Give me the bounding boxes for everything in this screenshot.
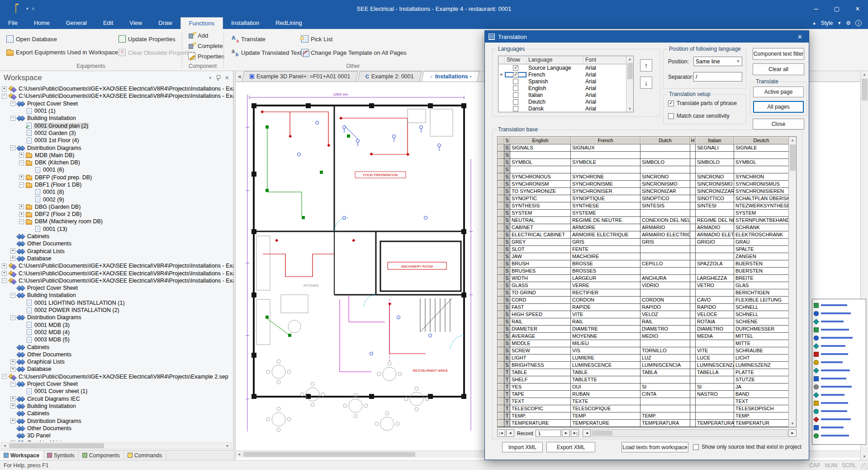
translation-row[interactable]: SELECTRICAL CABINETARMOIRE ELECTRIQUEARM… [498,231,796,239]
hungarian-cell[interactable] [690,152,696,159]
scrollbar-thumb[interactable] [9,443,104,448]
ribbon-tab-general[interactable]: General [58,17,95,29]
dutch-cell[interactable]: SINCRONO [640,173,690,181]
english-cell[interactable]: CABINET [510,224,571,231]
french-cell[interactable]: ARMOIRE ELECTRIQUE [571,231,640,239]
tree-item-row[interactable]: Other Documents [0,351,233,358]
symbol-list-item[interactable] [814,358,864,366]
tree-item-row[interactable]: Cabinets [0,343,233,350]
import-xml-button[interactable]: Import XML [502,442,543,452]
dutch-cell[interactable]: ARMARIO ELECTRICO [640,231,690,239]
dutch-cell[interactable] [640,210,690,217]
tree-item-row[interactable]: +DBG (Garden DB) [0,203,233,211]
ribbon-tab-installation[interactable]: Installation [223,17,267,29]
translation-row[interactable]: SCORDCORDONCORDONCAVOFLEXIBLE LEITUNG [498,297,796,304]
pin-icon[interactable] [216,75,220,81]
english-cell[interactable]: TEXT [510,398,571,405]
scroll-down-icon[interactable]: ▼ [789,420,796,427]
symbol-list-item[interactable] [814,432,864,440]
row-selector-cell[interactable] [498,173,504,181]
hungarian-cell[interactable] [690,202,696,210]
german-cell[interactable]: SPALTE [734,246,789,253]
scrollbar-thumb[interactable] [243,452,415,457]
language-row[interactable]: Source LanguageArial [498,64,633,71]
hungarian-cell[interactable] [690,260,696,268]
collapse-icon[interactable]: − [2,278,7,283]
german-cell[interactable]: NTEZWERKSYNTHESE [734,202,789,210]
tree-item-row[interactable]: 0001 (1) [0,107,233,115]
symbol-list-item[interactable] [814,350,864,358]
document-tab-2[interactable]: ♂Installations - [422,71,480,82]
italian-cell[interactable]: SINTESI [696,202,734,210]
dutch-cell[interactable]: TEMP. [640,412,690,420]
french-cell[interactable]: SYNCHRONE [571,173,640,181]
close-button[interactable]: ✕ [847,0,868,17]
dutch-cell[interactable]: CONEXION DEL NEUT [640,217,690,224]
hungarian-cell[interactable] [690,210,696,217]
tree-item-row[interactable]: Cabinets [0,233,233,240]
show-checkbox-cell[interactable] [505,92,526,98]
italian-cell[interactable] [696,253,734,260]
symbol-list-item[interactable] [814,423,864,432]
expand-icon[interactable]: + [19,175,24,180]
italian-cell[interactable] [696,340,734,347]
translation-row[interactable]: SSYMBOLSYMBOLESIMBOLOSIMBOLOSYMBOL [498,159,796,166]
italian-cell[interactable]: LARGHEZZA [696,275,734,282]
tree-item-row[interactable]: 0001 (13) [0,225,233,233]
symbol-list-item[interactable] [814,407,864,415]
minimize-button[interactable]: ─ [806,0,826,17]
translation-row[interactable]: SBRUSHBROSSECEPILLOSPAZZOLABUERSTEN [498,260,796,268]
german-cell[interactable] [734,152,789,159]
translation-row[interactable]: SCABINETARMOIREARMARIOARMADIOSCHRANK [498,224,796,231]
move-language-up-button[interactable]: ↑ [640,59,652,72]
tree-item-row[interactable]: +Graphical Lists [0,248,233,255]
tree-item-row[interactable]: 0002 MDB (4) [0,329,233,336]
french-cell[interactable]: GRIS [571,239,640,246]
dutch-cell[interactable]: ARMARIO [640,224,690,231]
row-selector-cell[interactable] [498,420,504,427]
symbol-list-item[interactable] [814,301,864,309]
update-properties-button[interactable]: Update Properties [117,34,177,43]
show-checkbox-cell[interactable] [505,86,526,91]
row-selector-cell[interactable] [498,318,504,326]
german-cell[interactable]: SYNCHRONISIEREN [734,188,789,195]
french-cell[interactable]: SYNCHRONISME [571,181,640,188]
update-translated-text-button[interactable]: Update Translated Text [230,48,303,57]
french-cell[interactable] [571,152,640,159]
english-cell[interactable]: BRUSHES [510,268,571,275]
dutch-cell[interactable]: TORNILLO [640,347,690,355]
english-cell[interactable]: MIDDLE [510,340,571,347]
customize-toolbar-icon[interactable]: ≡ [32,6,34,11]
symbol-list-item[interactable] [814,374,864,383]
french-cell[interactable]: DIAMETRE [571,326,640,333]
maximize-button[interactable]: ▢ [826,0,847,17]
italian-cell[interactable]: VELOCE [696,311,734,318]
dutch-cell[interactable]: SIMBOLO [640,159,690,166]
german-cell[interactable]: FLEXIBLE LEITUNG [734,297,789,304]
expand-icon[interactable]: + [10,403,15,408]
row-selector-cell[interactable] [498,195,504,202]
dutch-cell[interactable]: TEMPERATURA [640,420,690,427]
italian-cell[interactable] [696,152,734,159]
checkbox-icon[interactable] [693,444,699,450]
english-cell[interactable]: FAST [510,304,571,311]
german-cell[interactable]: BREITE [734,275,789,282]
english-cell[interactable]: TEMPERATURE [510,420,571,427]
row-selector-cell[interactable] [498,326,504,333]
expand-icon[interactable]: + [10,418,15,423]
translation-row[interactable]: STO SYNCHRONIZESYNCHRONISERSINCRONIZARSI… [498,188,796,195]
row-selector-cell[interactable] [498,289,504,297]
tree-item-row[interactable]: −Project Cover Sheet [0,380,233,388]
symbol-list-item[interactable] [814,342,864,350]
translation-row[interactable]: SSYNOPTICSYNOPTIQUESINOPTICOSINOTTICOSCH… [498,195,796,202]
german-cell[interactable]: SCHIENE [734,318,789,326]
dutch-cell[interactable]: CINTA [640,391,690,398]
col-show[interactable]: Show [505,56,526,64]
german-cell[interactable]: BUERSTEN [734,260,789,268]
french-cell[interactable]: LUMINESCENCE [571,362,640,369]
translation-row[interactable]: SGLASSVERREVIDRIOVETROGLAS [498,282,796,289]
checkbox-icon[interactable] [513,86,518,91]
dutch-cell[interactable]: SINCRONIZAR [640,188,690,195]
italian-cell[interactable]: SEGNALI [696,144,734,152]
scroll-right-icon[interactable]: ► [224,443,231,449]
